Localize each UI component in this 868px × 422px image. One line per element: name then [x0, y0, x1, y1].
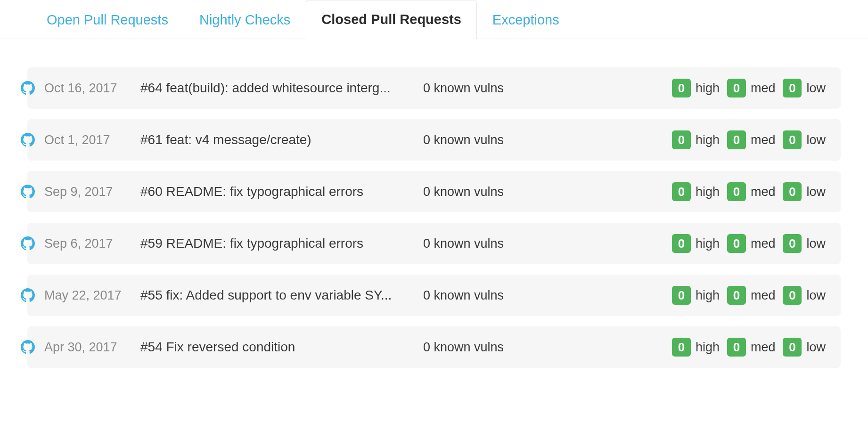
github-icon [21, 340, 35, 354]
severity-badges: 0high0med0low [672, 130, 828, 149]
known-vulns: 0 known vulns [423, 133, 532, 147]
badge-low-label: low [806, 133, 826, 147]
badge-low-count: 0 [783, 79, 802, 97]
pr-row[interactable]: Apr 30, 2017#54 Fix reversed condition0 … [27, 326, 841, 368]
badge-low-label: low [806, 185, 826, 199]
badge-low-count: 0 [783, 338, 802, 357]
badge-med-count: 0 [727, 234, 746, 253]
badge-low-label: low [806, 288, 826, 303]
badge-group-high: 0high [672, 79, 722, 97]
badge-group-low: 0low [783, 130, 828, 149]
known-vulns: 0 known vulns [423, 185, 532, 199]
pr-date: Apr 30, 2017 [27, 340, 140, 355]
badge-group-low: 0low [783, 338, 828, 357]
badge-med-count: 0 [727, 130, 746, 149]
badge-low-count: 0 [783, 130, 802, 149]
badge-med-label: med [751, 340, 776, 355]
badge-group-med: 0med [727, 79, 778, 97]
severity-badges: 0high0med0low [672, 286, 828, 305]
pr-row[interactable]: Sep 6, 2017#59 README: fix typographical… [27, 223, 841, 264]
badge-med-count: 0 [727, 286, 746, 305]
badge-group-med: 0med [727, 234, 778, 253]
severity-badges: 0high0med0low [672, 338, 828, 357]
pr-row[interactable]: May 22, 2017#55 fix: Added support to en… [27, 275, 841, 316]
badge-med-label: med [751, 81, 776, 96]
badge-group-high: 0high [672, 130, 722, 149]
badge-high-count: 0 [672, 286, 691, 305]
badge-group-med: 0med [727, 286, 778, 305]
tab-nightly-checks[interactable]: Nightly Checks [184, 0, 306, 39]
badge-group-high: 0high [672, 234, 722, 253]
pr-date: Oct 1, 2017 [27, 133, 140, 147]
badge-low-count: 0 [783, 182, 802, 201]
pr-date: Sep 6, 2017 [27, 236, 140, 251]
badge-med-label: med [751, 236, 776, 251]
tab-exceptions[interactable]: Exceptions [477, 0, 575, 39]
badge-group-low: 0low [783, 182, 828, 201]
pr-title[interactable]: #59 README: fix typographical errors [140, 236, 423, 251]
severity-badges: 0high0med0low [672, 182, 828, 201]
pr-date: Oct 16, 2017 [27, 81, 140, 96]
pr-list: Oct 16, 2017#64 feat(build): added white… [0, 39, 868, 368]
badge-med-label: med [751, 185, 776, 199]
badge-group-high: 0high [672, 286, 722, 305]
tabs-bar: Open Pull RequestsNightly ChecksClosed P… [0, 0, 868, 39]
badge-group-med: 0med [727, 338, 778, 357]
badge-high-label: high [696, 340, 720, 355]
badge-low-label: low [806, 340, 826, 355]
badge-high-count: 0 [672, 338, 691, 357]
badge-group-high: 0high [672, 182, 722, 201]
badge-group-low: 0low [783, 79, 828, 97]
pr-date: Sep 9, 2017 [27, 185, 140, 199]
tab-open-pull-requests[interactable]: Open Pull Requests [31, 0, 184, 39]
github-icon [21, 133, 35, 147]
badge-high-count: 0 [672, 234, 691, 253]
tab-closed-pull-requests[interactable]: Closed Pull Requests [306, 0, 477, 39]
pr-title[interactable]: #55 fix: Added support to env variable S… [140, 288, 423, 303]
known-vulns: 0 known vulns [423, 340, 532, 355]
pr-title[interactable]: #54 Fix reversed condition [140, 340, 423, 355]
github-icon [21, 81, 35, 95]
pr-date: May 22, 2017 [27, 288, 140, 303]
badge-group-high: 0high [672, 338, 722, 357]
pr-title[interactable]: #64 feat(build): added whitesource inter… [140, 81, 423, 96]
badge-group-med: 0med [727, 130, 778, 149]
badge-low-count: 0 [783, 286, 802, 305]
severity-badges: 0high0med0low [672, 79, 828, 97]
badge-high-count: 0 [672, 79, 691, 97]
badge-group-low: 0low [783, 234, 828, 253]
pr-row[interactable]: Sep 9, 2017#60 README: fix typographical… [27, 171, 841, 212]
badge-med-label: med [751, 288, 776, 303]
badge-med-count: 0 [727, 338, 746, 357]
badge-group-med: 0med [727, 182, 778, 201]
pr-title[interactable]: #60 README: fix typographical errors [140, 184, 423, 199]
known-vulns: 0 known vulns [423, 81, 532, 96]
github-icon [21, 236, 35, 251]
github-icon [21, 288, 35, 302]
known-vulns: 0 known vulns [423, 288, 532, 303]
badge-high-label: high [696, 133, 720, 147]
badge-med-count: 0 [727, 79, 746, 97]
badge-high-label: high [696, 81, 720, 96]
pr-row[interactable]: Oct 1, 2017#61 feat: v4 message/create)0… [27, 119, 841, 161]
pr-title[interactable]: #61 feat: v4 message/create) [140, 132, 423, 147]
badge-high-count: 0 [672, 182, 691, 201]
pr-row[interactable]: Oct 16, 2017#64 feat(build): added white… [27, 67, 841, 109]
badge-group-low: 0low [783, 286, 828, 305]
badge-high-label: high [696, 236, 720, 251]
known-vulns: 0 known vulns [423, 236, 532, 251]
badge-med-label: med [751, 133, 776, 147]
badge-low-label: low [806, 81, 826, 96]
badge-low-label: low [806, 236, 826, 251]
badge-high-label: high [696, 288, 720, 303]
badge-high-count: 0 [672, 130, 691, 149]
github-icon [21, 185, 35, 199]
severity-badges: 0high0med0low [672, 234, 828, 253]
badge-high-label: high [696, 185, 720, 199]
badge-med-count: 0 [727, 182, 746, 201]
badge-low-count: 0 [783, 234, 802, 253]
